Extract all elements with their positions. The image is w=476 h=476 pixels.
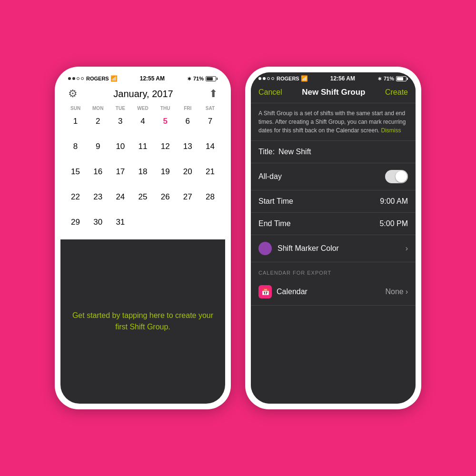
form-section: Title: New Shift All-day Start Time 9:00… xyxy=(251,141,416,404)
cal-day[interactable]: 30 xyxy=(87,214,109,239)
cal-day[interactable]: 2 xyxy=(87,113,109,138)
shift-screen: Cancel New Shift Group Create A Shift Gr… xyxy=(251,84,416,404)
status-bar-phone1: ROGERS 📶 12:55 AM ∗ 71% xyxy=(60,72,225,84)
cal-day[interactable]: 7 xyxy=(199,113,221,138)
wifi-icon-p2: 📶 xyxy=(301,75,308,82)
end-time-label: End Time xyxy=(258,219,291,228)
signal-dot-p2-3 xyxy=(267,77,270,80)
cal-day[interactable]: 12 xyxy=(154,138,177,163)
bluetooth-icon: ∗ xyxy=(187,76,191,82)
calendar-export-label: Calendar xyxy=(277,288,307,296)
cal-day[interactable]: 15 xyxy=(64,163,87,188)
cal-day[interactable]: 16 xyxy=(87,163,109,188)
weekday-wed: WED xyxy=(131,104,154,113)
end-time-value: 5:00 PM xyxy=(379,219,408,228)
color-label: Shift Marker Color xyxy=(278,244,339,253)
start-time-row[interactable]: Start Time 9:00 AM xyxy=(251,190,416,213)
weekday-headers: SUN MON TUE WED THU FRI SAT xyxy=(60,104,225,113)
cal-day[interactable]: 8 xyxy=(64,138,87,163)
weekday-sun: SUN xyxy=(64,104,87,113)
weekday-thu: THU xyxy=(154,104,177,113)
cal-day[interactable]: 14 xyxy=(199,138,221,163)
cal-day[interactable]: 29 xyxy=(64,214,87,239)
calendar-header: ⚙ January, 2017 ⬆ xyxy=(60,84,225,104)
cal-day[interactable]: 25 xyxy=(131,188,154,214)
cal-day[interactable]: 22 xyxy=(64,188,87,214)
cal-day[interactable]: 26 xyxy=(154,188,177,214)
signal-dot-4 xyxy=(81,77,84,80)
calendar-bottom-panel[interactable]: Get started by tapping here to create yo… xyxy=(60,239,225,404)
cal-day[interactable]: 18 xyxy=(131,163,154,188)
page-title: New Shift Group xyxy=(302,88,365,97)
phone-1: ROGERS 📶 12:55 AM ∗ 71% ⚙ January, 2017 xyxy=(55,67,231,409)
allday-label: All-day xyxy=(258,172,282,181)
time-display-p2: 12:56 AM xyxy=(330,75,355,82)
info-banner: A Shift Group is a set of shifts with th… xyxy=(251,103,416,141)
battery-icon xyxy=(206,76,218,81)
cal-day[interactable]: 4 xyxy=(131,113,154,138)
signal-dot-2 xyxy=(72,77,75,80)
cal-day[interactable]: 9 xyxy=(87,138,109,163)
gear-icon[interactable]: ⚙ xyxy=(68,88,78,100)
weekday-mon: MON xyxy=(87,104,109,113)
cal-day[interactable]: 3 xyxy=(109,113,131,138)
start-time-value: 9:00 AM xyxy=(380,197,408,206)
end-time-row[interactable]: End Time 5:00 PM xyxy=(251,213,416,235)
weekday-fri: FRI xyxy=(177,104,199,113)
start-time-label: Start Time xyxy=(258,197,293,206)
cal-day[interactable]: 1 xyxy=(64,113,87,138)
background: ROGERS 📶 12:55 AM ∗ 71% ⚙ January, 2017 xyxy=(55,67,421,409)
cal-day[interactable]: 28 xyxy=(199,188,221,214)
month-title: January, 2017 xyxy=(113,89,173,99)
cal-day[interactable]: 23 xyxy=(87,188,109,214)
dismiss-link[interactable]: Dismiss xyxy=(381,127,401,134)
chevron-right-calendar-icon: › xyxy=(406,288,408,296)
title-label: Title: xyxy=(258,148,275,156)
cal-day[interactable]: 11 xyxy=(131,138,154,163)
create-button[interactable]: Create xyxy=(385,88,408,97)
cal-day[interactable]: 6 xyxy=(177,113,199,138)
shift-nav-bar: Cancel New Shift Group Create xyxy=(251,84,416,103)
cal-day[interactable]: 21 xyxy=(199,163,221,188)
weekday-tue: TUE xyxy=(109,104,131,113)
status-bar-phone2: ROGERS 📶 12:56 AM ∗ 71% xyxy=(251,72,416,84)
title-value[interactable]: New Shift xyxy=(278,148,311,156)
cal-day[interactable]: 17 xyxy=(109,163,131,188)
signal-dot-3 xyxy=(77,77,79,80)
allday-toggle[interactable] xyxy=(385,170,408,183)
color-row[interactable]: Shift Marker Color › xyxy=(251,235,416,262)
allday-row[interactable]: All-day xyxy=(251,163,416,190)
calendar-grid: 1 2 3 4 5 6 7 8 9 10 11 12 13 14 15 16 1 xyxy=(60,113,225,239)
create-shift-prompt: Get started by tapping here to create yo… xyxy=(70,310,216,333)
share-icon[interactable]: ⬆ xyxy=(209,88,218,100)
carrier-name-p2: ROGERS xyxy=(277,76,299,81)
color-swatch xyxy=(258,242,272,255)
signal-dot-p2-2 xyxy=(263,77,266,80)
toggle-knob xyxy=(396,171,407,182)
title-row[interactable]: Title: New Shift xyxy=(251,141,416,163)
battery-icon-p2 xyxy=(396,76,408,81)
calendar-screen: ⚙ January, 2017 ⬆ SUN MON TUE WED THU FR… xyxy=(60,84,225,404)
battery-percent: 71% xyxy=(193,76,204,81)
calendar-app-icon: 📅 xyxy=(258,285,272,298)
cal-day[interactable]: 13 xyxy=(177,138,199,163)
calendar-export-value: None xyxy=(385,288,403,296)
cal-day[interactable]: 19 xyxy=(154,163,177,188)
phone-2: ROGERS 📶 12:56 AM ∗ 71% Cancel New Shif xyxy=(245,67,421,409)
bluetooth-icon-p2: ∗ xyxy=(377,76,382,82)
chevron-right-icon: › xyxy=(406,244,408,253)
cal-day[interactable]: 10 xyxy=(109,138,131,163)
cal-day[interactable]: 20 xyxy=(177,163,199,188)
carrier-name: ROGERS xyxy=(86,76,109,81)
cal-day-5-highlight[interactable]: 5 xyxy=(154,113,177,138)
time-display: 12:55 AM xyxy=(140,75,165,82)
cal-day[interactable]: 31 xyxy=(109,214,131,239)
export-section-header: CALENDAR FOR EXPORT xyxy=(251,262,416,278)
cancel-button[interactable]: Cancel xyxy=(258,88,282,97)
wifi-icon: 📶 xyxy=(110,75,118,82)
calendar-export-row[interactable]: 📅 Calendar None › xyxy=(251,278,416,306)
battery-percent-p2: 71% xyxy=(384,76,394,81)
cal-day[interactable]: 27 xyxy=(177,188,199,214)
cal-day[interactable]: 24 xyxy=(109,188,131,214)
weekday-sat: SAT xyxy=(199,104,221,113)
